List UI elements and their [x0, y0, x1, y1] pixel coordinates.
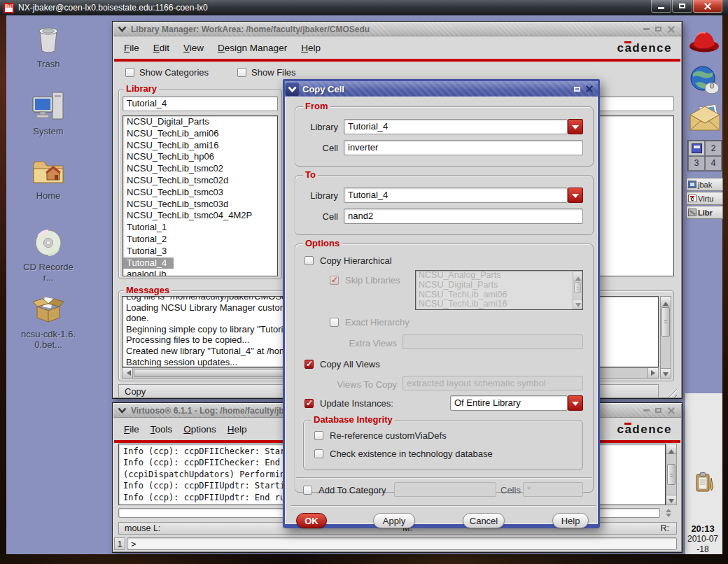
library-list-item[interactable]: NCSU_TechLib_ami06: [123, 128, 277, 140]
scroll-up-button[interactable]: [661, 297, 671, 306]
library-list-item[interactable]: Tutorial_1: [123, 222, 277, 234]
menu-item[interactable]: Options: [183, 424, 216, 435]
menu-item[interactable]: File: [124, 424, 139, 435]
close-icon[interactable]: [667, 25, 676, 34]
scroll-left-button[interactable]: [122, 368, 133, 378]
redhat-menu-icon[interactable]: [687, 25, 721, 60]
close-icon[interactable]: [667, 407, 676, 415]
minimize-icon[interactable]: [643, 409, 650, 411]
apply-button[interactable]: Apply: [373, 513, 415, 528]
update-instances-checkbox[interactable]: [304, 399, 314, 408]
library-list-item[interactable]: NCSU_Digital_Parts: [123, 116, 277, 128]
desktop-icon-system[interactable]: System: [10, 91, 87, 136]
scroll-down-button[interactable]: [661, 368, 671, 378]
library-list-item[interactable]: Tutorial_2: [123, 234, 277, 246]
copy-cell-titlebar[interactable]: Copy Cell: [285, 81, 598, 97]
library-list-item[interactable]: NCSU_TechLib_tsmc02d: [123, 175, 277, 187]
show-files-checkbox[interactable]: [237, 68, 246, 77]
library-list-item[interactable]: NCSU_TechLib_tsmc03d: [123, 199, 277, 211]
menu-item[interactable]: File: [124, 43, 139, 53]
check-existence-checkbox[interactable]: [314, 449, 323, 458]
exact-hierarchy-checkbox[interactable]: [330, 318, 339, 327]
log-vertical-scrollbar[interactable]: [666, 444, 677, 505]
ok-button[interactable]: OK: [296, 513, 327, 528]
host-maximize-button[interactable]: [672, 0, 692, 13]
mail-photos-launcher[interactable]: [689, 102, 721, 134]
to-cell-field[interactable]: nand2: [344, 209, 583, 224]
task-button-jbaker[interactable]: jbak: [686, 178, 723, 191]
scrollbar-thumb[interactable]: [662, 307, 670, 337]
add-to-category-checkbox[interactable]: [303, 486, 312, 495]
desktop-icon-ncsu-cdk[interactable]: ncsu-cdk-1.6.0.bet...: [10, 295, 87, 350]
show-categories-checkbox[interactable]: [125, 68, 134, 77]
minimize-icon[interactable]: [643, 28, 650, 30]
library-list-item[interactable]: NCSU_TechLib_tsmc04_4M2P: [123, 210, 277, 222]
maximize-icon[interactable]: [574, 87, 580, 92]
desktop-icon-home[interactable]: Home: [10, 158, 87, 201]
library-list[interactable]: NCSU_Digital_PartsNCSU_TechLib_ami06NCSU…: [122, 115, 278, 276]
cancel-button[interactable]: Cancel: [463, 513, 505, 528]
maximize-icon[interactable]: [655, 27, 662, 31]
library-list-item[interactable]: NCSU_TechLib_tsmc03: [123, 187, 277, 199]
from-cell-field[interactable]: inverter: [344, 140, 583, 155]
desktop-icon-trash[interactable]: Trash: [10, 25, 87, 69]
task-button-virtuoso[interactable]: Virtu: [686, 192, 723, 205]
menu-item[interactable]: Help: [227, 424, 247, 435]
web-browser-launcher[interactable]: [689, 64, 721, 99]
from-library-dropdown-arrow[interactable]: [568, 119, 583, 134]
to-library-dropdown-arrow[interactable]: [568, 188, 583, 203]
menu-item[interactable]: View: [183, 43, 204, 53]
maximize-icon[interactable]: [655, 408, 662, 413]
copy-hierarchical-checkbox[interactable]: [304, 256, 314, 265]
copy-all-views-checkbox[interactable]: [304, 360, 314, 369]
host-minimize-button[interactable]: [651, 0, 671, 13]
library-list-item[interactable]: NCSU_TechLib_ami16: [123, 140, 277, 152]
library-manager-titlebar[interactable]: Library Manager: WorkArea: /home/faculty…: [113, 22, 681, 36]
library-list-item[interactable]: NCSU_TechLib_tsmc02: [123, 163, 277, 175]
window-task-list: jbak Virtu Libr: [686, 178, 723, 219]
host-close-button[interactable]: [693, 0, 722, 13]
history-spinner-icon[interactable]: [663, 508, 676, 518]
window-menu-chevron-icon[interactable]: [118, 26, 127, 32]
library-list-item[interactable]: Tutorial_3: [123, 246, 277, 258]
task-button-library-manager[interactable]: Libr: [686, 206, 723, 219]
skip-libraries-checkbox[interactable]: [330, 276, 339, 285]
to-library-dropdown[interactable]: Tutorial_4: [344, 188, 568, 203]
workspace-1[interactable]: [688, 141, 705, 156]
menu-item[interactable]: Tools: [150, 424, 173, 435]
workspace-3[interactable]: 3: [688, 156, 705, 171]
command-input-field[interactable]: >: [127, 537, 677, 550]
workspace-switcher[interactable]: 2 3 4: [687, 140, 722, 171]
notes-clipboard-icon[interactable]: [695, 472, 715, 493]
close-icon[interactable]: [585, 85, 594, 93]
scroll-up-button[interactable]: [666, 444, 676, 454]
from-library-dropdown[interactable]: Tutorial_4: [344, 119, 568, 134]
desktop-icon-label: System: [10, 126, 87, 136]
workspace-4[interactable]: 4: [705, 156, 722, 171]
resize-grip[interactable]: [664, 386, 677, 397]
library-list-item[interactable]: NCSU_TechLib_hp06: [123, 151, 277, 163]
update-instances-dropdown-arrow[interactable]: [568, 395, 583, 411]
messages-vertical-scrollbar[interactable]: [660, 296, 671, 379]
help-button[interactable]: Help: [552, 513, 589, 528]
re-reference-checkbox[interactable]: [314, 431, 323, 440]
menu-item[interactable]: Help: [301, 43, 321, 53]
scroll-down-button[interactable]: [666, 495, 676, 505]
nx-icon: [4, 3, 14, 13]
library-list-item[interactable]: Tutorial_4: [123, 258, 174, 269]
host-titlebar[interactable]: NX-jbaker@coen-lx0.boisestate.edu:1166-c…: [0, 0, 728, 15]
workspace-2[interactable]: 2: [705, 141, 722, 156]
library-list-item[interactable]: analogLib: [123, 269, 277, 276]
menu-item[interactable]: Edit: [153, 43, 169, 53]
dialog-menu-chevron-icon[interactable]: [286, 83, 299, 96]
scroll-right-button[interactable]: [648, 368, 658, 378]
library-filter-field[interactable]: Tutorial_4: [122, 96, 278, 111]
desktop-icon-cd-recorder[interactable]: CD Recorder...: [10, 228, 87, 283]
task-label: Libr: [698, 209, 713, 217]
library-window-icon: [688, 209, 696, 216]
scrollbar-thumb[interactable]: [667, 464, 676, 485]
update-instances-dropdown[interactable]: Of Entire Library: [450, 395, 568, 411]
menu-item[interactable]: Design Manager: [218, 43, 287, 53]
window-menu-chevron-icon[interactable]: [118, 407, 127, 414]
panel-clock[interactable]: 20:13 2010-07 -18: [682, 523, 724, 555]
